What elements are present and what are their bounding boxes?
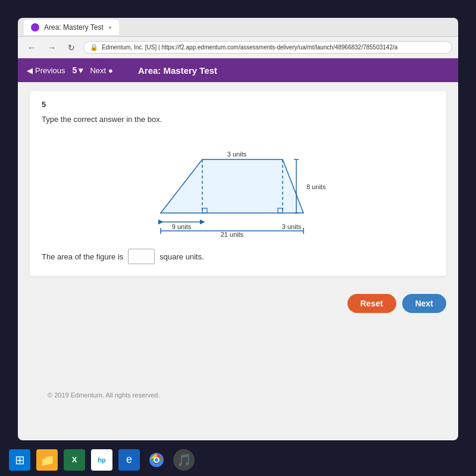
excel-icon[interactable]: X [64,449,85,471]
main-content: 5 Type the correct answer in the box. [18,82,458,440]
svg-text:3 units: 3 units [227,151,247,158]
taskbar: ⊞ 📁 X hp e 🎵 [0,443,476,476]
svg-text:8 units: 8 units [306,183,326,190]
svg-text:3 units: 3 units [282,223,302,230]
internet-explorer-icon[interactable]: e [118,449,140,471]
question-number-badge: 5 [42,100,434,109]
question-instruction: Type the correct answer in the box. [42,115,434,124]
media-player-icon[interactable]: 🎵 [173,449,195,471]
windows-start-icon[interactable]: ⊞ [9,449,30,471]
back-button[interactable]: ← [24,42,39,54]
answer-suffix: square units. [159,252,203,261]
file-explorer-icon[interactable]: 📁 [36,449,58,471]
lock-icon: 🔒 [90,43,98,51]
figure-container: 3 units 8 units 9 units 21 units 3 units [42,136,434,237]
app-header: ◀ Previous 5 ▾ Next ● Area: Mastery Test [18,58,458,82]
tab-close-icon[interactable]: × [108,24,112,31]
forward-button[interactable]: → [44,42,60,54]
svg-text:9 units: 9 units [172,223,192,230]
next-circle-icon: ● [108,66,113,75]
question-num-value: 5 [73,65,77,75]
browser-tab[interactable]: Area: Mastery Test × [24,20,119,35]
svg-text:21 units: 21 units [221,231,244,237]
tab-title: Area: Mastery Test [44,23,104,32]
svg-point-20 [155,458,158,462]
answer-row: The area of the figure is square units. [42,249,434,264]
browser-addressbar: ← → ↻ 🔒 Edmentum, Inc. [US] | https://f2… [18,37,458,58]
previous-button[interactable]: ◀ Previous [27,66,65,75]
svg-marker-0 [161,159,303,213]
refresh-button[interactable]: ↻ [64,42,79,54]
next-button-header[interactable]: Next ● [90,66,113,75]
answer-prefix: The area of the figure is [42,252,123,261]
tab-favicon-icon [31,23,39,32]
browser-titlebar: Area: Mastery Test × [18,18,458,37]
answer-input[interactable] [128,249,155,264]
chrome-icon[interactable] [146,449,167,471]
question-number-display: 5 ▾ [73,65,83,75]
previous-label: Previous [35,66,65,75]
address-bar[interactable]: 🔒 Edmentum, Inc. [US] | https://f2.app.e… [83,41,452,54]
dropdown-icon: ▾ [79,65,83,75]
footer: © 2019 Edmentum. All rights reserved. [36,386,171,405]
copyright-text: © 2019 Edmentum. All rights reserved. [48,392,159,399]
next-button[interactable]: Next [402,294,446,313]
app-title: Area: Mastery Test [138,65,217,76]
address-text: Edmentum, Inc. [US] | https://f2.app.edm… [102,44,397,51]
hp-icon[interactable]: hp [91,449,112,471]
trapezoid-figure: 3 units 8 units 9 units 21 units 3 units [149,136,327,237]
action-buttons-row: Reset Next [30,294,446,313]
previous-icon: ◀ [27,66,33,75]
reset-button[interactable]: Reset [347,294,396,313]
question-card: 5 Type the correct answer in the box. [30,91,446,276]
next-label-header: Next [90,66,106,75]
